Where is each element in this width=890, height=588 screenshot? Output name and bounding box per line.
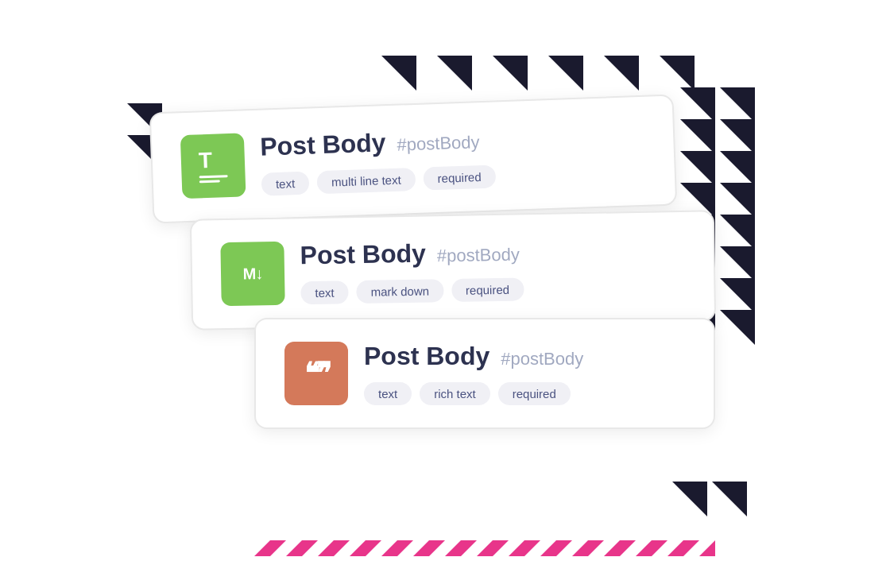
card-3-header: Post Body #postBody bbox=[364, 342, 685, 371]
stripe-segment bbox=[540, 540, 556, 556]
decoration-triangle bbox=[680, 87, 715, 122]
icon-line bbox=[199, 180, 220, 184]
decoration-triangle bbox=[381, 56, 416, 91]
card-3-field-id: #postBody bbox=[501, 349, 583, 369]
stripe-segment bbox=[254, 540, 270, 556]
card-2-content: Post Body #postBody text mark down requi… bbox=[300, 234, 685, 304]
decoration-triangle bbox=[720, 87, 755, 122]
card-1-title: Post Body bbox=[260, 128, 386, 161]
decoration-triangle bbox=[604, 56, 639, 91]
stripe-segment bbox=[270, 540, 286, 556]
stripe-segment bbox=[429, 540, 445, 556]
decoration-triangle bbox=[672, 482, 707, 516]
card-1-content: Post Body #postBody text multi line text… bbox=[260, 119, 646, 196]
card-1-header: Post Body #postBody bbox=[260, 119, 645, 162]
card-text-lines: T Post Body #postBody text multi line te… bbox=[149, 95, 677, 224]
stripe-segment bbox=[381, 540, 397, 556]
decoration-triangle bbox=[720, 310, 755, 345]
stripe-segment bbox=[334, 540, 350, 556]
icon-rich-text: ❝❞ bbox=[284, 342, 348, 405]
stripe-segment bbox=[477, 540, 493, 556]
stripe-segment bbox=[668, 540, 683, 556]
stripe-segment bbox=[286, 540, 302, 556]
tag-text: text bbox=[364, 382, 412, 405]
stripe-segment bbox=[556, 540, 572, 556]
decoration-triangle bbox=[493, 56, 528, 91]
decoration-triangle bbox=[720, 215, 755, 250]
stripe-segment bbox=[413, 540, 429, 556]
stripe-segment bbox=[524, 540, 540, 556]
stripe-segment bbox=[318, 540, 334, 556]
t-character: T bbox=[198, 149, 211, 172]
card-2-tags: text mark down required bbox=[300, 275, 685, 304]
tag-text: text bbox=[261, 172, 310, 196]
decoration-triangle bbox=[712, 482, 747, 516]
decoration-triangle bbox=[720, 278, 755, 313]
tag-markdown: mark down bbox=[356, 279, 443, 304]
tag-required: required bbox=[423, 164, 496, 190]
card-3-tags: text rich text required bbox=[364, 382, 685, 405]
card-1-tags: text multi line text required bbox=[261, 160, 647, 196]
card-markdown: M↓ Post Body #postBody text mark down re… bbox=[190, 210, 716, 330]
card-3-title: Post Body bbox=[364, 342, 489, 371]
pink-stripe-decoration bbox=[254, 540, 715, 556]
stripe-segment bbox=[509, 540, 524, 556]
card-rich-text: ❝❞ Post Body #postBody text rich text re… bbox=[254, 318, 715, 429]
stripe-segment bbox=[302, 540, 318, 556]
decoration-triangle bbox=[720, 246, 755, 281]
decoration-triangle bbox=[720, 183, 755, 218]
stripe-segment bbox=[588, 540, 604, 556]
stripe-segment bbox=[620, 540, 636, 556]
tag-text: text bbox=[300, 280, 349, 304]
stripe-segment bbox=[445, 540, 461, 556]
card-2-field-id: #postBody bbox=[437, 245, 520, 267]
tag-required: required bbox=[498, 382, 571, 405]
card-1-field-id: #postBody bbox=[397, 132, 480, 156]
icon-text-lines: T bbox=[180, 133, 246, 199]
tag-multiline: multi line text bbox=[317, 168, 416, 194]
icon-markdown: M↓ bbox=[220, 242, 284, 306]
stripe-segment bbox=[604, 540, 620, 556]
card-2-header: Post Body #postBody bbox=[300, 234, 685, 270]
tag-rich-text: rich text bbox=[420, 382, 490, 405]
card-2-title: Post Body bbox=[300, 239, 426, 271]
stripe-segment bbox=[636, 540, 652, 556]
main-scene: T Post Body #postBody text multi line te… bbox=[127, 56, 763, 532]
stripe-segment bbox=[366, 540, 381, 556]
stripe-segment bbox=[350, 540, 366, 556]
icon-line bbox=[199, 175, 228, 178]
decoration-triangle bbox=[680, 151, 715, 186]
decoration-triangle bbox=[548, 56, 583, 91]
stripe-segment bbox=[397, 540, 413, 556]
tag-required: required bbox=[451, 277, 524, 302]
decoration-triangle bbox=[680, 119, 715, 154]
stripe-segment bbox=[699, 540, 715, 556]
stripe-segment bbox=[572, 540, 588, 556]
stripe-segment bbox=[683, 540, 699, 556]
stripe-segment bbox=[493, 540, 509, 556]
decoration-triangle bbox=[720, 151, 755, 186]
decoration-triangle bbox=[660, 56, 695, 91]
stripe-segment bbox=[652, 540, 668, 556]
card-3-content: Post Body #postBody text rich text requi… bbox=[364, 342, 685, 405]
stripe-segment bbox=[461, 540, 477, 556]
markdown-symbol: M↓ bbox=[242, 265, 262, 283]
decoration-triangle bbox=[720, 119, 755, 154]
quote-symbol: ❝❞ bbox=[304, 359, 328, 388]
decoration-triangle bbox=[437, 56, 472, 91]
